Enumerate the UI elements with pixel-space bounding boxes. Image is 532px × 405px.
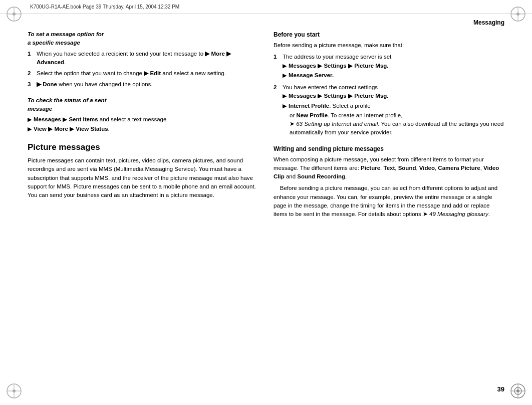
new-profile-link: New Profile [296,112,328,118]
sound-recording-link: Sound Recording [297,173,345,179]
before-step-2-num: 2 [274,83,280,137]
picture-msg-link-2: Picture Msg. [354,93,388,99]
settings-link-2: Settings [324,93,346,99]
before-arrow-2: ▶ [283,71,287,80]
section-writing-sending: Writing and sending picture messages Whe… [274,144,504,219]
section-set-message-option: To set a message option fora specific me… [28,30,258,89]
corner-decoration-tr [508,4,528,24]
before-arrow-4: ▶ [283,102,287,110]
messages-link-2: Messages [289,63,316,69]
before-step-1-num: 1 [274,53,280,81]
messages-link: Messages [34,116,61,122]
before-step-2-sub1: ▶ Messages ▶ Settings ▶ Picture Msg. [283,92,504,100]
header-bar: K700UG-R1A-AE.book Page 39 Thursday, Apr… [0,0,532,14]
settings-link-1: Settings [324,63,346,69]
before-step-2: 2 You have entered the correct settings … [274,83,504,137]
before-sub6-text: ➤ 63 Setting up Internet and email. You … [290,121,504,135]
step-1-link1: ▶ More ▶ Advanced [37,51,231,65]
section-before-start: Before you start Before sending a pictur… [274,30,504,137]
before-step-2-sub4: ➤ 63 Setting up Internet and email. You … [290,120,504,137]
left-column: To set a message option fora specific me… [28,30,258,380]
section2-title: To check the status of a sentmessage [28,96,258,114]
text-link: Text [383,165,395,171]
right-column: Before you start Before sending a pictur… [274,30,504,380]
picture-messages-heading: Picture messages [28,141,258,154]
before-step-1-sub1: ▶ Messages ▶ Settings ▶ Picture Msg. [283,62,504,70]
corner-decoration-tl [4,4,24,24]
content-area: To set a message option fora specific me… [28,30,504,380]
step-3-content: ▶ Done when you have changed the options… [37,80,258,89]
before-step-2-content: You have entered the correct settings ▶ … [283,83,504,137]
writing-sending-title: Writing and sending picture messages [274,144,504,153]
before-step-2-main: You have entered the correct settings [283,84,378,90]
picture-link: Picture [361,165,380,171]
step-2-link1: ▶ Edit [144,70,161,76]
page: K700UG-R1A-AE.book Page 39 Thursday, Apr… [0,0,532,405]
more-link: More [54,126,68,132]
before-sub5-text: or New Profile. To create an Internet pr… [290,112,402,118]
picture-msg-link-1: Picture Msg. [354,63,388,69]
before-sub4-text: Internet Profile. Select a profile [289,102,371,110]
page-number: 39 [497,385,504,393]
step-1-content: When you have selected a recipient to se… [37,50,258,67]
step-3-num: 3 [28,80,34,89]
step-2-content: Select the option that you want to chang… [37,69,258,78]
step-3: 3 ▶ Done when you have changed the optio… [28,80,258,89]
message-server-link: Message Server. [289,72,334,78]
camera-picture-link: Camera Picture [438,165,480,171]
corner-decoration-bl [4,381,24,401]
before-step-2-sub2: ▶ Internet Profile. Select a profile [283,102,504,110]
view-link: View [34,126,47,132]
step-3-link1: ▶ Done [37,81,57,87]
before-step-2-sub3: or New Profile. To create an Internet pr… [290,111,504,120]
step-2-num: 2 [28,69,34,78]
before-arrow-3: ▶ [283,92,287,100]
status-item-1-text: Messages ▶ Sent Items and select a text … [34,115,166,124]
picture-messages-body: Picture messages can contain text, pictu… [28,156,258,199]
video-link: Video [419,165,435,171]
arrow-icon-2: ▶ [28,125,32,133]
section-check-status: To check the status of a sentmessage ▶ M… [28,96,258,134]
status-item-2: ▶ View ▶ More ▶ View Status. [28,125,258,133]
step-1: 1 When you have selected a recipient to … [28,50,258,67]
chapter-title: Messaging [473,19,504,26]
sent-items-link: Sent Items [69,116,98,122]
writing-sending-body: Before sending a picture message, you ca… [274,184,504,219]
corner-decoration-br [508,381,528,401]
internet-email-ref: 63 Setting up Internet and email [296,121,378,127]
section1-title: To set a message option fora specific me… [28,30,258,48]
before-start-title: Before you start [274,30,504,39]
before-sub1-text: Messages ▶ Settings ▶ Picture Msg. [289,62,389,70]
status-item-2-text: View ▶ More ▶ View Status. [34,125,110,133]
step-2: 2 Select the option that you want to cha… [28,69,258,78]
before-step-1-main: The address to your message server is se… [283,54,391,60]
before-sub2-text: Message Server. [289,71,334,80]
messaging-glossary-ref: 49 Messaging glossary [429,211,488,217]
arrow-icon-1: ▶ [28,115,32,124]
section-picture-messages: Picture messages Picture messages can co… [28,141,258,200]
sound-link: Sound [398,165,416,171]
before-step-1: 1 The address to your message server is … [274,53,504,81]
writing-sending-intro: When composing a picture message, you se… [274,155,504,181]
header-text: K700UG-R1A-AE.book Page 39 Thursday, Apr… [30,4,179,10]
before-sub3-text: Messages ▶ Settings ▶ Picture Msg. [289,92,389,100]
messages-link-3: Messages [289,93,316,99]
step-1-num: 1 [28,50,34,67]
before-step-1-sub2: ▶ Message Server. [283,71,504,80]
before-step-1-content: The address to your message server is se… [283,53,504,81]
internet-profile-link: Internet Profile [289,103,329,109]
status-item-1: ▶ Messages ▶ Sent Items and select a tex… [28,115,258,124]
before-start-intro: Before sending a picture message, make s… [274,41,504,50]
before-arrow-1: ▶ [283,62,287,70]
view-status-link: View Status [76,126,108,132]
